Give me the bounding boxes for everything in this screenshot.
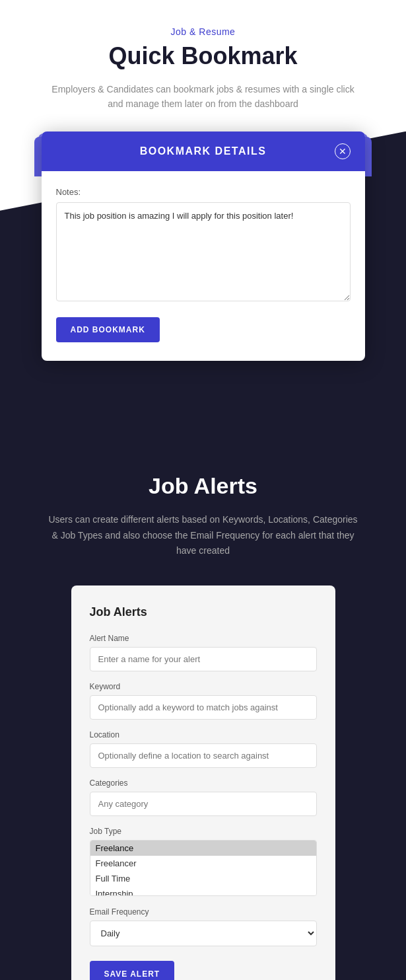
categories-field-group: Categories xyxy=(90,778,317,816)
alert-name-input[interactable] xyxy=(90,647,317,671)
job-type-option-freelancer[interactable]: Freelancer xyxy=(90,856,316,871)
bookmark-header-title: BOOKMARK DETAILS xyxy=(72,145,335,157)
email-freq-field-group: Email Frequency Daily Weekly Monthly xyxy=(90,907,317,946)
job-type-label: Job Type xyxy=(90,827,317,836)
close-button[interactable]: ✕ xyxy=(335,143,351,159)
notes-label: Notes: xyxy=(56,187,351,197)
location-input[interactable] xyxy=(90,743,317,768)
bookmark-header: BOOKMARK DETAILS ✕ xyxy=(42,132,365,171)
alerts-section-description: Users can create different alerts based … xyxy=(45,512,362,559)
categories-input[interactable] xyxy=(90,792,317,816)
keyword-field-group: Keyword xyxy=(90,682,317,720)
alerts-section-title: Job Alerts xyxy=(20,473,386,499)
close-icon: ✕ xyxy=(339,146,347,157)
add-bookmark-button[interactable]: ADD BOOKMARK xyxy=(56,317,160,342)
categories-label: Categories xyxy=(90,778,317,788)
keyword-input[interactable] xyxy=(90,695,317,720)
job-alerts-section: Job Alerts Users can create different al… xyxy=(0,433,406,980)
page-description: Employers & Candidates can bookmark jobs… xyxy=(45,82,362,112)
bookmark-card: BOOKMARK DETAILS ✕ Notes: This job posit… xyxy=(42,132,365,361)
alert-name-field-group: Alert Name xyxy=(90,634,317,671)
alert-name-label: Alert Name xyxy=(90,634,317,643)
email-freq-label: Email Frequency xyxy=(90,907,317,917)
job-type-field-group: Job Type Freelance Freelancer Full Time … xyxy=(90,827,317,897)
location-field-group: Location xyxy=(90,730,317,768)
keyword-label: Keyword xyxy=(90,682,317,691)
job-type-option-freelance[interactable]: Freelance xyxy=(90,841,316,856)
job-type-listbox[interactable]: Freelance Freelancer Full Time Internshi… xyxy=(90,840,317,896)
job-type-option-internship[interactable]: Internship xyxy=(90,886,316,896)
location-label: Location xyxy=(90,730,317,739)
email-freq-select[interactable]: Daily Weekly Monthly xyxy=(90,921,317,946)
alerts-form-card: Job Alerts Alert Name Keyword Location C… xyxy=(71,585,335,980)
save-alert-button[interactable]: SAVE ALERT xyxy=(90,961,175,980)
job-type-option-fulltime[interactable]: Full Time xyxy=(90,871,316,886)
page-subtitle: Job & Resume xyxy=(20,26,386,37)
alerts-card-title: Job Alerts xyxy=(90,605,317,619)
notes-textarea[interactable]: This job position is amazing I will appl… xyxy=(56,202,351,301)
page-title: Quick Bookmark xyxy=(20,42,386,70)
